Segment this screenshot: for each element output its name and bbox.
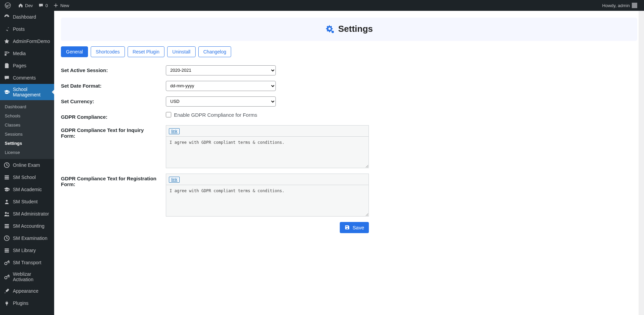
sidebar-item-sm-examination[interactable]: SM Examination (0, 232, 54, 244)
editor-gdpr-inquiry: link (166, 125, 369, 168)
main-content: Settings GeneralShortcodesReset PluginUn… (54, 11, 644, 315)
submenu-item-settings[interactable]: Settings (0, 139, 54, 148)
sidebar-item-plugins[interactable]: Plugins (0, 297, 54, 309)
comments-bubble[interactable]: 0 (36, 0, 50, 11)
save-icon (345, 225, 350, 230)
select-active-session[interactable]: 2020-2021 (166, 65, 276, 75)
label-gdpr-inquiry: GDPR Compliance Text for Inquiry Form: (61, 125, 166, 139)
my-account[interactable]: Howdy, admin (600, 0, 640, 11)
row-active-session: Set Active Session: 2020-2021 (61, 65, 426, 75)
new-content[interactable]: New (50, 0, 72, 11)
avatar (632, 3, 637, 8)
save-button-label: Save (353, 225, 364, 230)
gdpr-checkbox-label: Enable GDPR Compliance for Forms (174, 112, 257, 118)
gdpr-checkbox[interactable] (166, 112, 171, 117)
sidebar-item-comments[interactable]: Comments (0, 72, 54, 84)
plug-icon (3, 300, 10, 307)
wp-logo[interactable] (2, 0, 15, 11)
save-button[interactable]: Save (340, 222, 369, 233)
sidebar-item-label: Posts (13, 26, 25, 32)
comments-count: 0 (45, 3, 48, 8)
link-button[interactable]: link (169, 128, 180, 134)
media-icon (3, 50, 10, 57)
sidebar-item-sm-academic[interactable]: SM Academic (0, 183, 54, 196)
tab-uninstall[interactable]: Uninstall (167, 46, 196, 57)
sidebar-item-label: SM Student (13, 199, 38, 204)
label-active-session: Set Active Session: (61, 65, 166, 73)
scrollbar[interactable] (639, 11, 644, 315)
submenu-item-license[interactable]: License (0, 148, 54, 157)
user-icon (3, 198, 10, 205)
sidebar-item-media[interactable]: Media (0, 47, 54, 60)
pages-icon (3, 62, 10, 69)
tab-shortcodes[interactable]: Shortcodes (91, 46, 125, 57)
sidebar-item-label: SM Administrator (13, 211, 49, 217)
sidebar-item-label: SM Examination (13, 235, 47, 241)
tab-changelog[interactable]: Changelog (198, 46, 231, 57)
svg-rect-1 (5, 64, 8, 68)
label-date-format: Set Date Format: (61, 81, 166, 89)
submenu-item-classes[interactable]: Classes (0, 120, 54, 130)
sidebar-item-sm-transport[interactable]: SM Transport (0, 256, 54, 269)
site-name[interactable]: Dev (15, 0, 36, 11)
sidebar-item-school-management[interactable]: School Management (0, 84, 54, 100)
sidebar-item-label: SM Transport (13, 260, 41, 265)
grad-cap-icon (3, 186, 10, 193)
sidebar-item-dashboard[interactable]: Dashboard (0, 11, 54, 23)
label-currency: Set Currency: (61, 96, 166, 104)
label-gdpr: GDPR Compliance: (61, 112, 166, 120)
sidebar-item-posts[interactable]: Posts (0, 23, 54, 35)
clock-icon (3, 235, 10, 242)
admin-bar: Dev 0 New Howdy, admin (0, 0, 644, 11)
textarea-gdpr-registration[interactable] (166, 185, 369, 216)
list-icon (3, 247, 10, 254)
sidebar-item-label: Dashboard (13, 14, 36, 20)
sidebar-item-weblizar-activation[interactable]: Weblizar Activation (0, 269, 54, 285)
sidebar-item-label: Plugins (13, 300, 28, 306)
sidebar-item-adminformdemo[interactable]: AdminFormDemo (0, 35, 54, 47)
row-gdpr: GDPR Compliance: Enable GDPR Compliance … (61, 112, 426, 120)
sidebar-item-sm-administrator[interactable]: SM Administrator (0, 208, 54, 220)
sidebar-item-label: SM School (13, 175, 36, 180)
tab-general[interactable]: General (61, 46, 88, 57)
sidebar-item-label: SM Academic (13, 187, 42, 192)
page-header: Settings (61, 18, 637, 41)
sidebar-item-label: Comments (13, 75, 36, 81)
select-date-format[interactable]: dd-mm-yyyy (166, 81, 276, 91)
sidebar-submenu: DashboardSchoolsClassesSessionsSettingsL… (0, 100, 54, 159)
page-title: Settings (325, 24, 373, 34)
row-gdpr-inquiry: GDPR Compliance Text for Inquiry Form: l… (61, 125, 426, 168)
row-date-format: Set Date Format: dd-mm-yyyy (61, 81, 426, 91)
sidebar-item-pages[interactable]: Pages (0, 60, 54, 72)
sidebar-item-label: Pages (13, 63, 26, 68)
list-icon (3, 223, 10, 229)
page-title-text: Settings (338, 24, 373, 34)
wordpress-icon (5, 2, 11, 8)
submenu-item-dashboard[interactable]: Dashboard (0, 102, 54, 111)
sidebar-item-sm-accounting[interactable]: SM Accounting (0, 220, 54, 232)
textarea-gdpr-inquiry[interactable] (166, 137, 369, 168)
sidebar-item-sm-library[interactable]: SM Library (0, 244, 54, 256)
gears-icon (325, 24, 335, 34)
sidebar-item-online-exam[interactable]: Online Exam (0, 159, 54, 171)
submenu-item-schools[interactable]: Schools (0, 111, 54, 120)
sidebar-item-label: SM Library (13, 248, 36, 253)
link-button[interactable]: link (169, 177, 180, 183)
sidebar-item-sm-student[interactable]: SM Student (0, 196, 54, 208)
editor-toolbar: link (166, 174, 369, 185)
home-icon (18, 3, 23, 8)
gauge-icon (3, 14, 10, 20)
sidebar-item-label: School Management (13, 87, 51, 97)
sidebar-item-appearance[interactable]: Appearance (0, 285, 54, 297)
svg-point-4 (5, 212, 7, 214)
select-currency[interactable]: USD (166, 96, 276, 107)
gdpr-checkbox-wrap[interactable]: Enable GDPR Compliance for Forms (166, 112, 369, 118)
tab-reset-plugin[interactable]: Reset Plugin (128, 46, 164, 57)
submenu-item-sessions[interactable]: Sessions (0, 130, 54, 139)
comment-icon (38, 3, 44, 8)
sidebar-item-sm-school[interactable]: SM School (0, 171, 54, 183)
admin-bar-right: Howdy, admin (600, 0, 640, 11)
editor-gdpr-registration: link (166, 174, 369, 217)
svg-point-3 (6, 200, 7, 202)
key-icon (3, 273, 10, 280)
